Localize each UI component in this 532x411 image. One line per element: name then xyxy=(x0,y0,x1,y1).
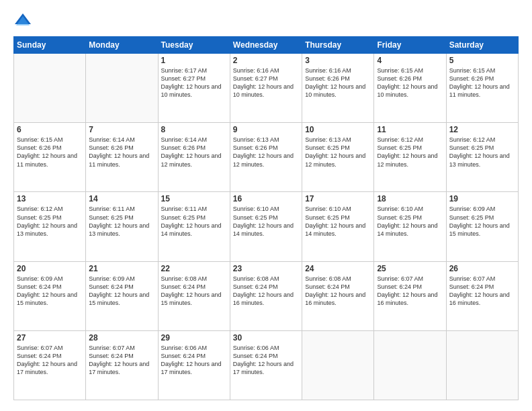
week-row-5: 27Sunrise: 6:07 AM Sunset: 6:24 PM Dayli… xyxy=(14,330,519,400)
day-cell: 9Sunrise: 6:13 AM Sunset: 6:26 PM Daylig… xyxy=(230,123,302,192)
day-cell xyxy=(14,54,86,123)
day-number: 1 xyxy=(161,56,227,65)
day-info: Sunrise: 6:08 AM Sunset: 6:24 PM Dayligh… xyxy=(305,275,371,308)
day-cell: 22Sunrise: 6:08 AM Sunset: 6:24 PM Dayli… xyxy=(158,261,230,330)
day-info: Sunrise: 6:14 AM Sunset: 6:26 PM Dayligh… xyxy=(89,136,154,169)
day-info: Sunrise: 6:09 AM Sunset: 6:24 PM Dayligh… xyxy=(17,275,83,308)
day-cell: 30Sunrise: 6:06 AM Sunset: 6:24 PM Dayli… xyxy=(230,330,302,400)
day-cell: 4Sunrise: 6:15 AM Sunset: 6:26 PM Daylig… xyxy=(374,54,446,123)
header xyxy=(13,11,519,30)
day-info: Sunrise: 6:07 AM Sunset: 6:24 PM Dayligh… xyxy=(89,344,154,377)
day-number: 28 xyxy=(89,333,154,342)
day-info: Sunrise: 6:09 AM Sunset: 6:25 PM Dayligh… xyxy=(449,205,515,238)
day-cell: 21Sunrise: 6:09 AM Sunset: 6:24 PM Dayli… xyxy=(86,261,158,330)
day-cell: 12Sunrise: 6:12 AM Sunset: 6:25 PM Dayli… xyxy=(446,123,518,192)
logo xyxy=(13,11,35,30)
day-cell xyxy=(302,330,374,400)
day-info: Sunrise: 6:11 AM Sunset: 6:25 PM Dayligh… xyxy=(89,205,154,238)
day-info: Sunrise: 6:07 AM Sunset: 6:24 PM Dayligh… xyxy=(17,344,83,377)
day-number: 8 xyxy=(161,125,227,134)
day-info: Sunrise: 6:08 AM Sunset: 6:24 PM Dayligh… xyxy=(161,275,227,308)
day-cell: 15Sunrise: 6:11 AM Sunset: 6:25 PM Dayli… xyxy=(158,192,230,261)
day-number: 19 xyxy=(449,194,515,203)
day-number: 29 xyxy=(161,333,227,342)
day-number: 3 xyxy=(305,56,371,65)
day-cell: 20Sunrise: 6:09 AM Sunset: 6:24 PM Dayli… xyxy=(14,261,86,330)
day-info: Sunrise: 6:11 AM Sunset: 6:25 PM Dayligh… xyxy=(161,205,227,238)
day-cell: 5Sunrise: 6:15 AM Sunset: 6:26 PM Daylig… xyxy=(446,54,518,123)
day-number: 30 xyxy=(233,333,299,342)
day-info: Sunrise: 6:15 AM Sunset: 6:26 PM Dayligh… xyxy=(377,66,443,99)
day-cell: 17Sunrise: 6:10 AM Sunset: 6:25 PM Dayli… xyxy=(302,192,374,261)
day-info: Sunrise: 6:15 AM Sunset: 6:26 PM Dayligh… xyxy=(449,66,515,99)
day-number: 10 xyxy=(305,125,371,134)
day-info: Sunrise: 6:10 AM Sunset: 6:25 PM Dayligh… xyxy=(305,205,371,238)
weekday-friday: Friday xyxy=(374,37,446,54)
day-info: Sunrise: 6:07 AM Sunset: 6:24 PM Dayligh… xyxy=(449,275,515,308)
day-info: Sunrise: 6:13 AM Sunset: 6:26 PM Dayligh… xyxy=(233,136,299,169)
day-cell: 11Sunrise: 6:12 AM Sunset: 6:25 PM Dayli… xyxy=(374,123,446,192)
day-cell xyxy=(446,330,518,400)
day-info: Sunrise: 6:15 AM Sunset: 6:26 PM Dayligh… xyxy=(17,136,83,169)
day-number: 13 xyxy=(17,194,83,203)
day-cell: 18Sunrise: 6:10 AM Sunset: 6:25 PM Dayli… xyxy=(374,192,446,261)
day-number: 5 xyxy=(449,56,515,65)
day-cell: 26Sunrise: 6:07 AM Sunset: 6:24 PM Dayli… xyxy=(446,261,518,330)
day-number: 7 xyxy=(89,125,154,134)
day-cell: 13Sunrise: 6:12 AM Sunset: 6:25 PM Dayli… xyxy=(14,192,86,261)
weekday-tuesday: Tuesday xyxy=(158,37,230,54)
day-cell: 3Sunrise: 6:16 AM Sunset: 6:26 PM Daylig… xyxy=(302,54,374,123)
day-cell: 19Sunrise: 6:09 AM Sunset: 6:25 PM Dayli… xyxy=(446,192,518,261)
weekday-saturday: Saturday xyxy=(446,37,518,54)
week-row-4: 20Sunrise: 6:09 AM Sunset: 6:24 PM Dayli… xyxy=(14,261,519,330)
day-number: 9 xyxy=(233,125,299,134)
day-number: 20 xyxy=(17,264,83,273)
day-cell: 1Sunrise: 6:17 AM Sunset: 6:27 PM Daylig… xyxy=(158,54,230,123)
day-number: 6 xyxy=(17,125,83,134)
day-info: Sunrise: 6:07 AM Sunset: 6:24 PM Dayligh… xyxy=(377,275,443,308)
day-info: Sunrise: 6:09 AM Sunset: 6:24 PM Dayligh… xyxy=(89,275,154,308)
week-row-1: 1Sunrise: 6:17 AM Sunset: 6:27 PM Daylig… xyxy=(14,54,519,123)
day-cell: 24Sunrise: 6:08 AM Sunset: 6:24 PM Dayli… xyxy=(302,261,374,330)
day-cell: 28Sunrise: 6:07 AM Sunset: 6:24 PM Dayli… xyxy=(86,330,158,400)
week-row-3: 13Sunrise: 6:12 AM Sunset: 6:25 PM Dayli… xyxy=(14,192,519,261)
day-info: Sunrise: 6:12 AM Sunset: 6:25 PM Dayligh… xyxy=(449,136,515,169)
day-number: 18 xyxy=(377,194,443,203)
day-info: Sunrise: 6:17 AM Sunset: 6:27 PM Dayligh… xyxy=(161,66,227,99)
weekday-sunday: Sunday xyxy=(14,37,86,54)
calendar-table: SundayMondayTuesdayWednesdayThursdayFrid… xyxy=(13,36,519,400)
day-info: Sunrise: 6:12 AM Sunset: 6:25 PM Dayligh… xyxy=(377,136,443,169)
day-number: 25 xyxy=(377,264,443,273)
day-info: Sunrise: 6:16 AM Sunset: 6:27 PM Dayligh… xyxy=(233,66,299,99)
day-cell: 7Sunrise: 6:14 AM Sunset: 6:26 PM Daylig… xyxy=(86,123,158,192)
weekday-header-row: SundayMondayTuesdayWednesdayThursdayFrid… xyxy=(14,37,519,54)
day-info: Sunrise: 6:13 AM Sunset: 6:25 PM Dayligh… xyxy=(305,136,371,169)
week-row-2: 6Sunrise: 6:15 AM Sunset: 6:26 PM Daylig… xyxy=(14,123,519,192)
day-cell xyxy=(86,54,158,123)
day-info: Sunrise: 6:06 AM Sunset: 6:24 PM Dayligh… xyxy=(161,344,227,377)
page: SundayMondayTuesdayWednesdayThursdayFrid… xyxy=(0,0,532,411)
day-number: 2 xyxy=(233,56,299,65)
day-cell: 2Sunrise: 6:16 AM Sunset: 6:27 PM Daylig… xyxy=(230,54,302,123)
day-number: 11 xyxy=(377,125,443,134)
day-info: Sunrise: 6:14 AM Sunset: 6:26 PM Dayligh… xyxy=(161,136,227,169)
day-number: 23 xyxy=(233,264,299,273)
day-info: Sunrise: 6:12 AM Sunset: 6:25 PM Dayligh… xyxy=(17,205,83,238)
day-cell: 16Sunrise: 6:10 AM Sunset: 6:25 PM Dayli… xyxy=(230,192,302,261)
day-number: 14 xyxy=(89,194,154,203)
weekday-monday: Monday xyxy=(86,37,158,54)
day-info: Sunrise: 6:10 AM Sunset: 6:25 PM Dayligh… xyxy=(377,205,443,238)
day-cell: 25Sunrise: 6:07 AM Sunset: 6:24 PM Dayli… xyxy=(374,261,446,330)
day-cell xyxy=(374,330,446,400)
day-info: Sunrise: 6:06 AM Sunset: 6:24 PM Dayligh… xyxy=(233,344,299,377)
day-number: 21 xyxy=(89,264,154,273)
day-number: 24 xyxy=(305,264,371,273)
day-cell: 27Sunrise: 6:07 AM Sunset: 6:24 PM Dayli… xyxy=(14,330,86,400)
logo-icon xyxy=(13,11,32,30)
weekday-thursday: Thursday xyxy=(302,37,374,54)
day-cell: 8Sunrise: 6:14 AM Sunset: 6:26 PM Daylig… xyxy=(158,123,230,192)
day-number: 16 xyxy=(233,194,299,203)
day-info: Sunrise: 6:08 AM Sunset: 6:24 PM Dayligh… xyxy=(233,275,299,308)
day-cell: 14Sunrise: 6:11 AM Sunset: 6:25 PM Dayli… xyxy=(86,192,158,261)
weekday-wednesday: Wednesday xyxy=(230,37,302,54)
